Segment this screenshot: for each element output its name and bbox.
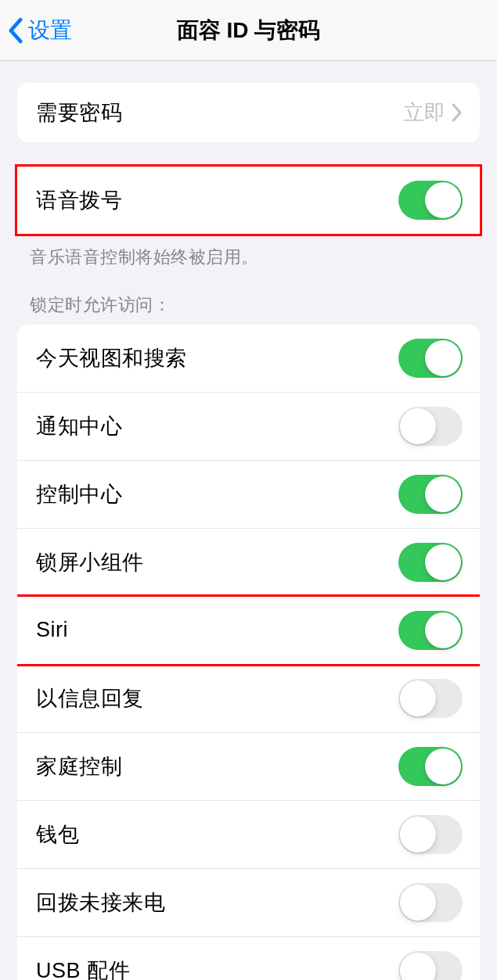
voice-dial-cell: 语音拨号	[17, 167, 480, 234]
voice-dial-label: 语音拨号	[36, 186, 122, 214]
require-passcode-label: 需要密码	[36, 99, 122, 127]
access-label: 家庭控制	[36, 752, 122, 781]
back-label: 设置	[28, 16, 72, 45]
access-label: 锁屏小组件	[36, 548, 144, 576]
access-cell: 通知中心	[17, 393, 480, 461]
page-title: 面容 ID 与密码	[177, 16, 321, 45]
access-cell: 锁屏小组件	[17, 529, 480, 597]
access-cell: 家庭控制	[17, 733, 480, 801]
access-toggle[interactable]	[398, 747, 463, 786]
access-label: 回拨未接来电	[36, 888, 165, 917]
require-passcode-value: 立即	[403, 99, 445, 127]
access-toggle[interactable]	[398, 883, 463, 922]
access-toggle[interactable]	[398, 543, 463, 582]
access-cell: 以信息回复	[17, 665, 480, 733]
access-label: USB 配件	[36, 957, 130, 980]
voice-dial-toggle[interactable]	[398, 181, 463, 220]
chevron-right-icon	[452, 103, 463, 122]
access-cell: 今天视图和搜索	[17, 325, 480, 393]
access-toggle[interactable]	[398, 339, 463, 378]
access-toggle[interactable]	[398, 475, 463, 514]
back-button[interactable]: 设置	[8, 16, 72, 45]
access-toggle[interactable]	[398, 679, 463, 718]
access-toggle[interactable]	[398, 407, 463, 446]
access-cell: 钱包	[17, 801, 480, 869]
require-passcode-group: 需要密码 立即	[17, 83, 480, 142]
require-passcode-cell[interactable]: 需要密码 立即	[17, 83, 480, 142]
access-label: Siri	[36, 618, 68, 642]
access-label: 通知中心	[36, 412, 122, 440]
access-cell: 回拨未接来电	[17, 869, 480, 937]
voice-dial-footer: 音乐语音控制将始终被启用。	[0, 236, 497, 270]
access-cell: 控制中心	[17, 461, 480, 529]
access-label: 今天视图和搜索	[36, 344, 187, 372]
access-toggle[interactable]	[398, 951, 463, 980]
access-label: 控制中心	[36, 480, 122, 508]
allow-access-group: 今天视图和搜索通知中心控制中心锁屏小组件Siri以信息回复家庭控制钱包回拨未接来…	[17, 325, 480, 980]
access-label: 以信息回复	[36, 684, 144, 713]
nav-bar: 设置 面容 ID 与密码	[0, 0, 497, 61]
access-toggle[interactable]	[398, 815, 463, 854]
allow-access-header: 锁定时允许访问：	[0, 270, 497, 325]
access-cell: Siri	[17, 597, 480, 665]
access-toggle[interactable]	[398, 611, 463, 650]
access-label: 钱包	[36, 820, 79, 849]
voice-dial-group: 语音拨号	[15, 164, 482, 236]
chevron-left-icon	[8, 17, 23, 44]
access-cell: USB 配件	[17, 937, 480, 980]
